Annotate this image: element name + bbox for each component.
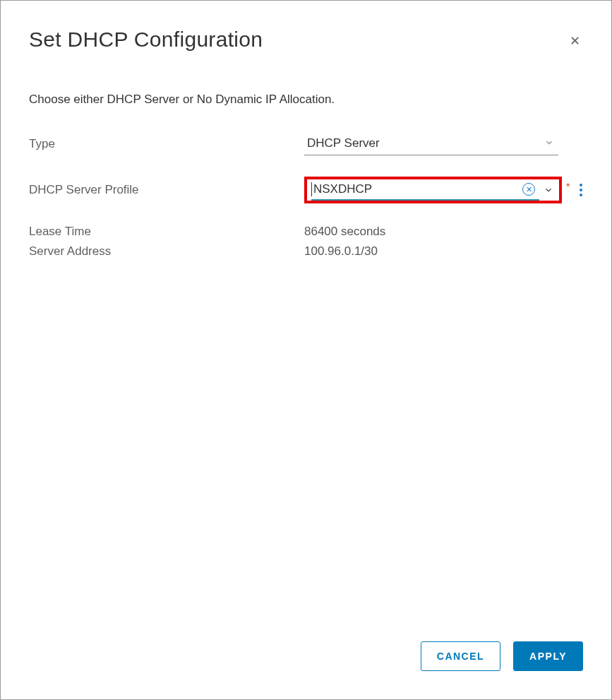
more-options-button[interactable] — [577, 181, 585, 199]
profile-highlight: ✕ — [304, 177, 562, 203]
server-address-label: Server Address — [29, 244, 304, 259]
profile-row: DHCP Server Profile ✕ * — [29, 177, 583, 203]
lease-time-value: 86400 seconds — [304, 225, 385, 239]
apply-button[interactable]: APPLY — [513, 641, 583, 671]
type-select[interactable]: DHCP Server — [304, 132, 558, 155]
dot-icon — [580, 194, 582, 196]
text-cursor — [311, 182, 312, 196]
dhcp-config-modal: Set DHCP Configuration ✕ Choose either D… — [0, 0, 612, 700]
dot-icon — [580, 184, 582, 186]
clear-x-icon: ✕ — [526, 186, 532, 194]
clear-input-button[interactable]: ✕ — [522, 183, 535, 196]
lease-time-label: Lease Time — [29, 225, 304, 239]
server-address-row: Server Address 100.96.0.1/30 — [29, 244, 583, 259]
server-address-value: 100.96.0.1/30 — [304, 244, 378, 259]
modal-title: Set DHCP Configuration — [29, 28, 263, 52]
type-row: Type DHCP Server — [29, 132, 583, 155]
modal-footer: CANCEL APPLY — [29, 641, 583, 671]
type-label: Type — [29, 137, 304, 151]
type-select-wrapper[interactable]: DHCP Server — [304, 132, 558, 155]
close-icon: ✕ — [570, 34, 580, 48]
close-button[interactable]: ✕ — [567, 32, 583, 50]
modal-header: Set DHCP Configuration ✕ — [29, 28, 583, 52]
profile-input[interactable] — [313, 182, 522, 196]
dot-icon — [580, 189, 582, 191]
profile-dropdown-toggle[interactable] — [544, 185, 553, 198]
lease-time-row: Lease Time 86400 seconds — [29, 225, 583, 239]
profile-input-container: ✕ * — [304, 177, 585, 203]
profile-label: DHCP Server Profile — [29, 183, 304, 197]
instruction-text: Choose either DHCP Server or No Dynamic … — [29, 93, 583, 107]
required-indicator: * — [566, 181, 570, 192]
cancel-button[interactable]: CANCEL — [421, 641, 500, 671]
profile-input-wrap[interactable]: ✕ — [311, 182, 539, 201]
